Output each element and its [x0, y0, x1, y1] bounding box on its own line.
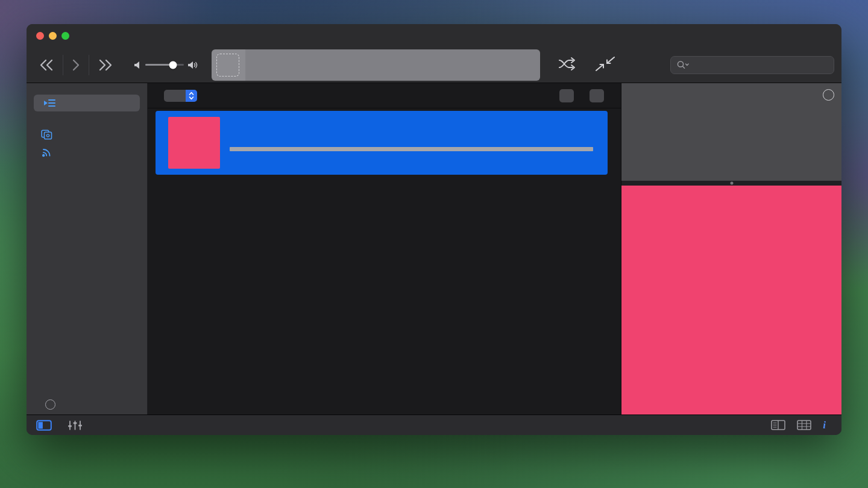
next-track-button[interactable]	[98, 59, 113, 71]
volume-knob[interactable]	[169, 61, 177, 69]
stepper-arrows-icon[interactable]	[186, 90, 197, 102]
queue-header	[148, 83, 621, 108]
shuffle-icon	[558, 57, 576, 71]
next-icon	[98, 59, 113, 71]
toolbar	[27, 47, 841, 83]
status-bar-left	[36, 420, 83, 431]
sidebar-item-podcasts[interactable]	[27, 148, 147, 158]
queue-panel	[148, 83, 621, 414]
toolbar-separator	[63, 55, 63, 75]
zoom-button[interactable]	[61, 32, 69, 40]
title-bar[interactable]	[27, 24, 841, 47]
track-count-stepper[interactable]	[164, 90, 197, 102]
arrows-inward-icon	[594, 56, 616, 72]
columns-view-button[interactable]	[771, 420, 785, 430]
search-field[interactable]	[670, 56, 834, 74]
album-art-thumbnail	[168, 117, 220, 169]
queue-list	[148, 108, 621, 414]
search-icon	[676, 60, 690, 70]
previous-track-button[interactable]	[39, 59, 54, 71]
swinsian-window: i	[27, 24, 841, 435]
grid-view-button[interactable]	[797, 420, 811, 430]
clear-button[interactable]	[559, 89, 574, 102]
info-button[interactable]: i	[823, 419, 826, 431]
toolbar-separator	[89, 55, 89, 75]
previous-icon	[39, 59, 54, 71]
content-area	[27, 83, 841, 414]
sidebar	[27, 83, 148, 414]
track-info-panel	[621, 83, 841, 414]
volume-max-icon	[188, 61, 198, 69]
sidebar-item-playback-queue[interactable]	[34, 95, 140, 111]
play-icon	[72, 59, 80, 71]
podcasts-icon	[41, 148, 52, 158]
sidebar-more-button[interactable]	[45, 399, 55, 410]
volume-slider[interactable]	[145, 64, 184, 66]
search-input[interactable]	[693, 60, 828, 70]
minimize-button[interactable]	[49, 32, 57, 40]
now-playing-display	[212, 49, 540, 81]
artwork-placeholder-icon	[216, 54, 239, 77]
transport-controls	[39, 55, 113, 75]
now-playing-row[interactable]	[156, 111, 608, 175]
track-progress-bar[interactable]	[230, 147, 593, 151]
play-button[interactable]	[72, 59, 80, 71]
volume-control	[134, 61, 198, 69]
equalizer-button[interactable]	[68, 420, 83, 431]
sidebar-item-library[interactable]	[27, 130, 147, 140]
playback-queue-icon	[43, 98, 55, 108]
info-more-button[interactable]	[823, 89, 834, 101]
close-button[interactable]	[36, 32, 44, 40]
status-bar-right: i	[771, 419, 826, 431]
collapse-window-button[interactable]	[594, 56, 616, 74]
sidebar-toggle-button[interactable]	[36, 420, 52, 431]
album-art-image	[621, 186, 841, 414]
metadata-section	[621, 83, 841, 181]
track-count-value	[164, 90, 186, 102]
library-icon	[41, 130, 52, 140]
volume-min-icon	[134, 61, 141, 69]
status-bar: i	[27, 414, 841, 435]
sidebar-footer	[35, 399, 55, 410]
reshuffle-button[interactable]	[590, 89, 604, 102]
shuffle-button[interactable]	[558, 57, 576, 74]
traffic-lights	[36, 32, 69, 40]
panel-splitter-handle[interactable]	[621, 181, 841, 186]
